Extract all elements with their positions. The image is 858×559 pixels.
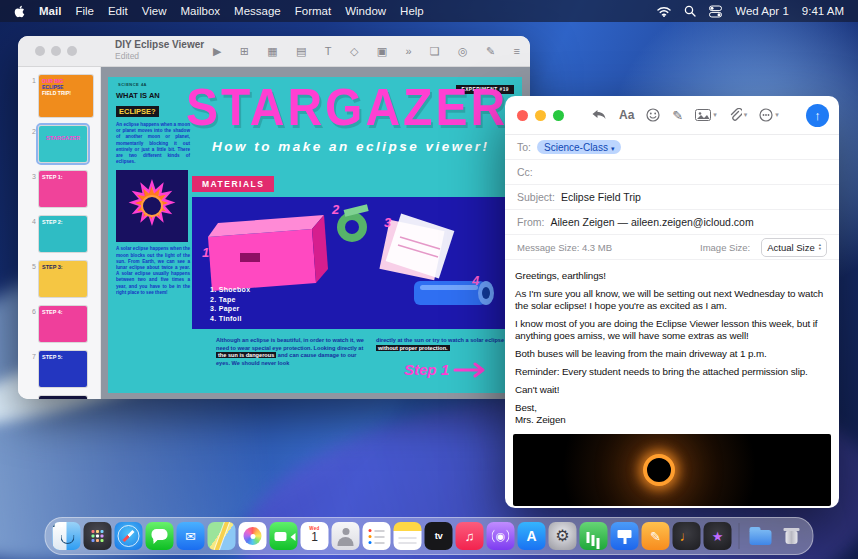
dock-contacts[interactable] xyxy=(332,522,360,550)
body-paragraph: Reminder: Every student needs to bring t… xyxy=(515,366,829,378)
dock-podcasts[interactable]: ◉ xyxy=(487,522,515,550)
cc-label: Cc: xyxy=(517,166,533,178)
poster-step-label: Step 1 xyxy=(404,361,487,378)
to-field[interactable]: To: Science-Class xyxy=(505,135,839,160)
format-icon[interactable]: ✎ xyxy=(486,45,495,58)
thumbnail-8[interactable]: DID YOU KNOW xyxy=(26,396,100,399)
thumbnail-7[interactable]: 7 STEP 5: xyxy=(26,351,100,387)
body-paragraph: As I'm sure you all know, we will be set… xyxy=(515,288,829,312)
menu-view[interactable]: View xyxy=(142,5,167,17)
image-size-select[interactable]: Actual Size xyxy=(761,238,827,257)
menu-file[interactable]: File xyxy=(75,5,94,17)
thumbnail-number: 3 xyxy=(26,173,36,180)
minimize-button[interactable] xyxy=(535,110,546,121)
menu-help[interactable]: Help xyxy=(400,5,424,17)
thumbnail-4[interactable]: 4 STEP 2: xyxy=(26,216,100,252)
from-value: Aileen Zeigen — aileen.zeigen@icloud.com xyxy=(550,216,753,228)
mail-titlebar: Aa ↑ xyxy=(505,96,839,135)
media-icon[interactable]: ▣ xyxy=(377,45,387,58)
dock-reminders[interactable] xyxy=(363,522,391,550)
dock-numbers[interactable] xyxy=(580,522,608,550)
chart-icon[interactable]: ▤ xyxy=(296,45,306,58)
eclipse-photo-attachment[interactable] xyxy=(513,434,831,506)
dock-launchpad[interactable] xyxy=(84,522,112,550)
wifi-icon[interactable] xyxy=(657,6,671,17)
to-label: To: xyxy=(517,141,531,153)
dock-maps[interactable] xyxy=(208,522,236,550)
desktop: Mail File Edit View Mailbox Message Form… xyxy=(0,0,858,559)
emoji-icon[interactable] xyxy=(646,108,660,122)
image-size-label: Image Size: xyxy=(700,242,750,253)
thumbnail-text: STEP 2: xyxy=(39,216,87,228)
dock-finder[interactable] xyxy=(53,522,81,550)
zoom-button[interactable] xyxy=(553,110,564,121)
shape-icon[interactable]: ◇ xyxy=(350,45,358,58)
dock-safari[interactable] xyxy=(115,522,143,550)
control-center-icon[interactable] xyxy=(709,5,722,18)
message-body[interactable]: Greetings, earthlings! As I'm sure you a… xyxy=(505,260,839,426)
more-tools-icon[interactable]: » xyxy=(405,45,411,57)
zoom-button[interactable] xyxy=(67,46,77,56)
menu-edit[interactable]: Edit xyxy=(108,5,128,17)
dock-garageband[interactable]: ♩ xyxy=(673,522,701,550)
close-button[interactable] xyxy=(35,46,45,56)
thumbnail-text: STEP 4: xyxy=(39,306,87,318)
play-button[interactable]: ▶ xyxy=(213,45,221,58)
dock-photos[interactable] xyxy=(239,522,267,550)
menu-format[interactable]: Format xyxy=(295,5,331,17)
dock-mail[interactable]: ✉ xyxy=(177,522,205,550)
menu-message[interactable]: Message xyxy=(234,5,281,17)
apple-menu-icon[interactable] xyxy=(14,5,25,18)
dock-calendar[interactable]: Wed 1 xyxy=(301,522,329,550)
insert-icon[interactable]: ⊞ xyxy=(240,45,249,58)
thumbnail-6[interactable]: 6 STEP 4: xyxy=(26,306,100,342)
dock-keynote[interactable] xyxy=(611,522,639,550)
fonts-button[interactable]: Aa xyxy=(619,108,634,122)
document-settings-icon[interactable]: ≡ xyxy=(514,45,520,57)
dock-trash[interactable] xyxy=(778,522,806,550)
collaborate-icon[interactable]: ◎ xyxy=(458,45,468,58)
dock-pages[interactable]: ✎ xyxy=(642,522,670,550)
cc-field[interactable]: Cc: xyxy=(505,160,839,185)
menu-app-name[interactable]: Mail xyxy=(39,5,61,17)
text-box-icon[interactable]: T xyxy=(325,45,332,57)
thumbnail-1[interactable]: 1 OUR BIG ECLIPSE FIELD TRIP! xyxy=(26,75,100,117)
search-icon[interactable] xyxy=(684,5,696,17)
table-icon[interactable]: ▦ xyxy=(267,45,277,58)
dock-app-store[interactable]: A xyxy=(518,522,546,550)
menu-mailbox[interactable]: Mailbox xyxy=(180,5,220,17)
poster-paragraph: A solar eclipse happens when the moon bl… xyxy=(116,246,190,296)
mail-compose-window[interactable]: Aa ↑ To: Science- xyxy=(505,96,839,508)
from-field[interactable]: From: Aileen Zeigen — aileen.zeigen@iclo… xyxy=(505,210,839,235)
image-size-value: Actual Size xyxy=(767,242,815,253)
dock-music[interactable]: ♫ xyxy=(456,522,484,550)
poster-page[interactable]: SCIENCE 4A EXPERIMENT #19 STARGAZER How … xyxy=(108,77,522,393)
insert-apps-icon[interactable] xyxy=(759,108,779,122)
menubar-time[interactable]: 9:41 AM xyxy=(802,5,844,17)
markup-icon[interactable] xyxy=(672,108,683,123)
subject-field[interactable]: Subject: Eclipse Field Trip xyxy=(505,185,839,210)
close-button[interactable] xyxy=(517,110,528,121)
photo-browser-icon[interactable] xyxy=(695,109,717,121)
dock-downloads-folder[interactable] xyxy=(747,522,775,550)
reply-icon[interactable] xyxy=(591,109,607,122)
dock-facetime[interactable] xyxy=(270,522,298,550)
recipient-token[interactable]: Science-Class xyxy=(537,140,621,154)
dock-imovie[interactable]: ★ xyxy=(704,522,732,550)
send-button[interactable]: ↑ xyxy=(806,104,829,127)
thumbnail-3[interactable]: 3 STEP 1: xyxy=(26,171,100,207)
size-row: Message Size: 4.3 MB Image Size: Actual … xyxy=(505,235,839,260)
comment-icon[interactable]: ❏ xyxy=(430,45,440,58)
thumbnail-2-selected[interactable]: 2 STARGAZER xyxy=(26,126,100,162)
pages-window[interactable]: DIY Eclipse Viewer Edited ▶ ⊞ ▦ ▤ T ◇ ▣ … xyxy=(18,36,530,399)
menubar-date[interactable]: Wed Apr 1 xyxy=(735,5,789,17)
dock-notes[interactable] xyxy=(394,522,422,550)
chevron-down-icon xyxy=(611,142,615,153)
thumbnail-5[interactable]: 5 STEP 3: xyxy=(26,261,100,297)
dock-system-settings[interactable]: ⚙ xyxy=(549,522,577,550)
minimize-button[interactable] xyxy=(51,46,61,56)
dock-tv[interactable]: tv xyxy=(425,522,453,550)
attach-icon[interactable] xyxy=(729,108,748,122)
menu-window[interactable]: Window xyxy=(345,5,386,17)
dock-messages[interactable] xyxy=(146,522,174,550)
